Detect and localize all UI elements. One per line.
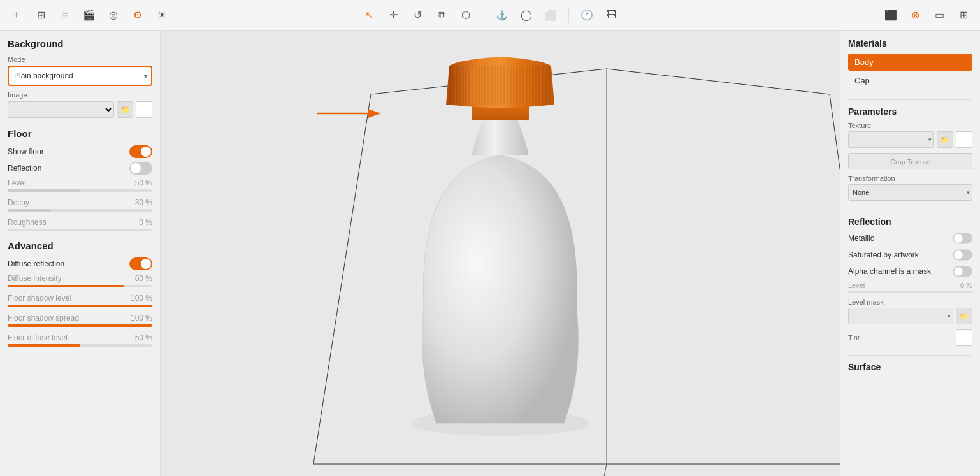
square3d-icon[interactable]: ⬜: [540, 5, 561, 25]
texture-preview: [956, 131, 972, 148]
image-select[interactable]: [8, 101, 114, 118]
reflection-toggle[interactable]: [129, 162, 152, 175]
reflection-level-track[interactable]: [848, 291, 972, 293]
advanced-section: Advanced Diffuse reflection Diffuse inte…: [8, 240, 152, 347]
mode-select[interactable]: Plain background Image Transparent: [9, 67, 151, 85]
floor-shadow-level-row: Floor shadow level 100 %: [8, 294, 152, 307]
toolbar-left: ＋ ⊞ ≡ 🎬 ◎ ⚙ ☀: [6, 5, 172, 25]
tint-label: Tint: [848, 334, 860, 342]
divider-parameters: [848, 210, 972, 210]
floor-shadow-level-track[interactable]: [8, 305, 152, 307]
cursor-icon[interactable]: ↖: [359, 5, 379, 25]
node-icon[interactable]: ⬡: [456, 5, 476, 25]
divider-reflection: [848, 355, 972, 356]
diffuse-reflection-toggle[interactable]: [129, 257, 152, 270]
right-panel: Materials Body Cap Parameters Texture ▾ …: [840, 31, 980, 476]
main-layout: Background Mode Plain background Image T…: [0, 31, 980, 476]
level-mask-label: Level mask: [848, 298, 972, 306]
floor-section: Floor Show floor Reflection Level 50 %: [8, 128, 152, 231]
divider-materials: [848, 99, 972, 100]
mode-select-wrapper: Plain background Image Transparent ▾: [8, 66, 152, 86]
level-mask-select[interactable]: [848, 308, 953, 324]
transformation-label: Transformation: [848, 175, 972, 182]
saturated-label: Saturated by artwork: [848, 250, 919, 259]
undo-icon[interactable]: ↺: [407, 5, 428, 25]
reflection-label: Reflection: [8, 164, 41, 173]
level-mask-folder-icon[interactable]: 📁: [956, 308, 972, 324]
reflection-level-label: Level: [848, 282, 865, 289]
transformation-select-wrapper: None Rotate 90° Rotate 180° Flip H Flip …: [848, 184, 972, 201]
canvas-area[interactable]: [161, 31, 840, 476]
decay-slider-value: 30 %: [135, 198, 152, 207]
bottle-group: [373, 54, 628, 463]
diffuse-intensity-fill: [8, 285, 124, 287]
texture-select-wrapper: ▾: [848, 131, 934, 148]
alpha-label: Alpha channel is a mask: [848, 267, 931, 276]
crop-texture-button[interactable]: Crop Texture: [848, 153, 972, 169]
diffuse-reflection-label: Diffuse reflection: [8, 259, 64, 268]
floor-title: Floor: [8, 128, 152, 139]
reflection-level-row: Level 0 %: [848, 282, 972, 293]
metallic-toggle[interactable]: [953, 233, 972, 244]
roughness-slider-track[interactable]: [8, 229, 152, 231]
duplicate-icon[interactable]: ⧉: [431, 5, 452, 25]
floor-shadow-spread-label: Floor shadow spread: [8, 314, 79, 322]
transformation-row: Transformation None Rotate 90° Rotate 18…: [848, 175, 972, 201]
transformation-select[interactable]: None Rotate 90° Rotate 180° Flip H Flip …: [848, 184, 972, 201]
image-preview: [136, 101, 152, 118]
texture-folder-icon[interactable]: 📁: [937, 131, 953, 148]
decay-slider-fill: [8, 209, 51, 212]
menu-icon[interactable]: ≡: [55, 5, 75, 25]
materials-title: Materials: [848, 38, 972, 48]
annotation-arrow: [317, 97, 393, 129]
bottle-svg: [373, 54, 628, 461]
sun-icon[interactable]: ☀: [152, 5, 172, 25]
clock-icon[interactable]: 🕐: [577, 5, 597, 25]
alpha-row: Alpha channel is a mask: [848, 265, 972, 278]
decay-slider-row: Decay 30 %: [8, 198, 152, 212]
floor-shadow-spread-track[interactable]: [8, 324, 152, 327]
material-body[interactable]: Body: [848, 54, 972, 71]
saturated-toggle[interactable]: [953, 250, 972, 261]
texture-row: ▾ 📁: [848, 131, 972, 148]
cube-icon[interactable]: ⬛: [881, 5, 901, 25]
floor-diffuse-level-track[interactable]: [8, 344, 152, 347]
toolbar: ＋ ⊞ ≡ 🎬 ◎ ⚙ ☀ ↖ ✛ ↺ ⧉ ⬡ ⚓ ◯ ⬜ 🕐 🎞 ⬛ ⊗ ▭ …: [0, 0, 980, 31]
open-folder-icon[interactable]: 📁: [117, 101, 133, 118]
surface-title: Surface: [848, 362, 972, 372]
level-slider-row: Level 50 %: [8, 178, 152, 192]
floor-shadow-level-fill: [8, 305, 152, 307]
decay-slider-track[interactable]: [8, 209, 152, 212]
anchor-icon[interactable]: ⚓: [492, 5, 512, 25]
materials-list: Body Cap: [848, 54, 972, 89]
level-slider-track[interactable]: [8, 189, 152, 192]
circle3d-icon[interactable]: ◯: [516, 5, 537, 25]
tint-row: Tint: [848, 329, 972, 346]
grid-icon[interactable]: ⊞: [31, 5, 51, 25]
floor-diffuse-level-label: Floor diffuse level: [8, 333, 68, 342]
divider-2: [568, 8, 569, 23]
svg-rect-12: [449, 66, 551, 105]
parameters-section: Parameters Texture ▾ 📁 Crop Texture Tran…: [848, 106, 972, 201]
level-slider-value: 50 %: [135, 178, 152, 187]
level-mask-row: Level mask ▾ 📁: [848, 298, 972, 324]
level-slider-label: Level: [8, 178, 26, 187]
camera-icon[interactable]: 🎬: [79, 5, 99, 25]
material-cap[interactable]: Cap: [848, 72, 972, 89]
texture-select[interactable]: [848, 131, 934, 148]
show-floor-toggle[interactable]: [129, 145, 152, 158]
add-icon[interactable]: ＋: [6, 5, 27, 25]
film-icon[interactable]: 🎞: [601, 5, 621, 25]
target-icon[interactable]: ◎: [103, 5, 124, 25]
decay-slider-label: Decay: [8, 198, 29, 207]
panel-icon[interactable]: ▭: [929, 5, 949, 25]
alpha-toggle[interactable]: [953, 266, 972, 277]
diffuse-intensity-track[interactable]: [8, 285, 152, 287]
move-icon[interactable]: ✛: [383, 5, 403, 25]
tint-color-picker[interactable]: [956, 329, 972, 346]
warning-icon[interactable]: ⊗: [905, 5, 925, 25]
diffuse-intensity-label: Diffuse intensity: [8, 274, 62, 283]
layout-icon[interactable]: ⊞: [953, 5, 974, 25]
settings-icon[interactable]: ⚙: [127, 5, 148, 25]
toolbar-right: ⬛ ⊗ ▭ ⊞: [881, 5, 974, 25]
